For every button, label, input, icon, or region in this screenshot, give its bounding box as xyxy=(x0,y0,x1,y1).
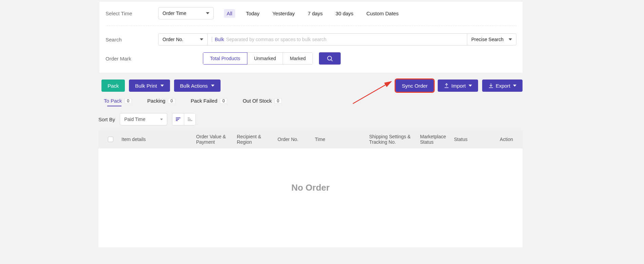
time-options: All Today Yesterday 7 days 30 days Custo… xyxy=(224,9,401,18)
th-recipient: Recipient & Region xyxy=(234,134,275,145)
tab-to-pack[interactable]: To Pack 0 xyxy=(104,98,132,104)
search-row: Search Order No. Bulk Precise Search xyxy=(99,33,523,46)
divider xyxy=(106,25,516,26)
th-status: Status xyxy=(451,137,485,142)
time-filter-row: Select Time Order Time All Today Yesterd… xyxy=(99,7,523,19)
sort-direction-group xyxy=(172,113,196,125)
time-opt-30days[interactable]: 30 days xyxy=(334,9,356,18)
sort-by-value: Paid Time xyxy=(124,117,145,122)
empty-state: No Order xyxy=(98,148,523,247)
chevron-down-icon xyxy=(200,38,203,40)
tab-count: 0 xyxy=(220,98,227,104)
filter-card: Select Time Order Time All Today Yesterd… xyxy=(99,2,523,73)
pack-button[interactable]: Pack xyxy=(101,80,125,92)
time-opt-all[interactable]: All xyxy=(224,9,235,18)
import-button[interactable]: Import xyxy=(438,80,478,92)
tab-count: 0 xyxy=(168,98,175,104)
th-order-no: Order No. xyxy=(275,137,312,142)
ordermark-row: Order Mark Total Products Unmarked Marke… xyxy=(99,52,523,65)
tab-packing[interactable]: Packing 0 xyxy=(147,98,175,104)
bulk-print-label: Bulk Print xyxy=(135,83,157,89)
search-field-select-value: Order No. xyxy=(163,37,183,42)
chevron-down-icon xyxy=(160,85,164,87)
sort-desc-icon xyxy=(175,117,181,122)
search-label: Search xyxy=(106,37,158,42)
sync-order-button[interactable]: Sync Order xyxy=(396,80,434,92)
sort-by-label: Sort By xyxy=(98,117,115,122)
tab-label: Out Of Stock xyxy=(243,98,272,104)
sort-asc-icon xyxy=(187,117,193,122)
chevron-down-icon xyxy=(211,85,214,87)
chevron-down-icon xyxy=(206,12,209,14)
svg-line-1 xyxy=(331,60,333,61)
tab-label: Packing xyxy=(147,98,165,104)
tab-label: To Pack xyxy=(104,98,122,104)
table-header: Item details Order Value & Payment Recip… xyxy=(98,130,523,148)
precise-search-value: Precise Search xyxy=(471,37,504,42)
time-opt-custom[interactable]: Custom Dates xyxy=(364,9,401,18)
toolbar: Pack Bulk Print Bulk Actions Sync Order … xyxy=(101,73,523,92)
search-input[interactable] xyxy=(226,37,463,42)
th-shipping: Shipping Settings & Tracking No. xyxy=(366,134,417,145)
bulk-tag: Bulk xyxy=(212,37,224,42)
sort-asc-button[interactable] xyxy=(184,113,195,125)
sort-row: Sort By Paid Time xyxy=(98,113,644,125)
th-item-details: Item details xyxy=(119,137,193,142)
status-tabs: To Pack 0 Packing 0 Pack Failed 0 Out Of… xyxy=(104,98,644,104)
th-time: Time xyxy=(312,137,366,142)
order-time-select-value: Order Time xyxy=(163,11,186,16)
th-order-value: Order Value & Payment xyxy=(193,134,234,145)
upload-icon xyxy=(444,83,449,88)
tab-pack-failed[interactable]: Pack Failed 0 xyxy=(191,98,227,104)
chevron-down-icon xyxy=(513,85,516,87)
bulk-print-button[interactable]: Bulk Print xyxy=(129,80,170,92)
sort-desc-button[interactable] xyxy=(172,113,184,125)
download-icon xyxy=(488,83,494,88)
orders-table: Item details Order Value & Payment Recip… xyxy=(98,130,523,247)
export-button[interactable]: Export xyxy=(482,80,523,92)
chevron-down-icon xyxy=(509,38,512,40)
search-button[interactable] xyxy=(319,52,341,65)
chevron-down-icon xyxy=(160,119,163,120)
tab-count: 0 xyxy=(125,98,132,104)
mark-total-products[interactable]: Total Products xyxy=(203,52,247,65)
th-marketplace-status: Marketplace Status xyxy=(417,134,451,145)
import-label: Import xyxy=(451,83,466,89)
mark-unmarked[interactable]: Unmarked xyxy=(247,52,283,65)
time-opt-today[interactable]: Today xyxy=(244,9,262,18)
mark-button-group: Total Products Unmarked Marked xyxy=(203,52,313,65)
tab-label: Pack Failed xyxy=(191,98,217,104)
tab-out-of-stock[interactable]: Out Of Stock 0 xyxy=(243,98,282,104)
search-input-wrap: Bulk xyxy=(208,33,467,46)
search-icon xyxy=(326,55,333,62)
mark-marked[interactable]: Marked xyxy=(283,52,313,65)
bulk-actions-label: Bulk Actions xyxy=(180,83,208,89)
chevron-down-icon xyxy=(469,85,472,87)
select-all-checkbox[interactable] xyxy=(108,137,113,142)
order-time-select[interactable]: Order Time xyxy=(158,7,214,19)
time-opt-yesterday[interactable]: Yesterday xyxy=(270,9,297,18)
ordermark-label: Order Mark xyxy=(106,56,158,61)
select-time-label: Select Time xyxy=(106,11,158,16)
sort-by-select[interactable]: Paid Time xyxy=(120,113,167,125)
search-field-select[interactable]: Order No. xyxy=(158,33,208,46)
time-opt-7days[interactable]: 7 days xyxy=(306,9,325,18)
export-label: Export xyxy=(496,83,510,89)
th-action: Action xyxy=(485,137,516,142)
precise-search-select[interactable]: Precise Search xyxy=(467,33,516,46)
bulk-actions-button[interactable]: Bulk Actions xyxy=(174,80,221,92)
tab-count: 0 xyxy=(274,98,282,104)
